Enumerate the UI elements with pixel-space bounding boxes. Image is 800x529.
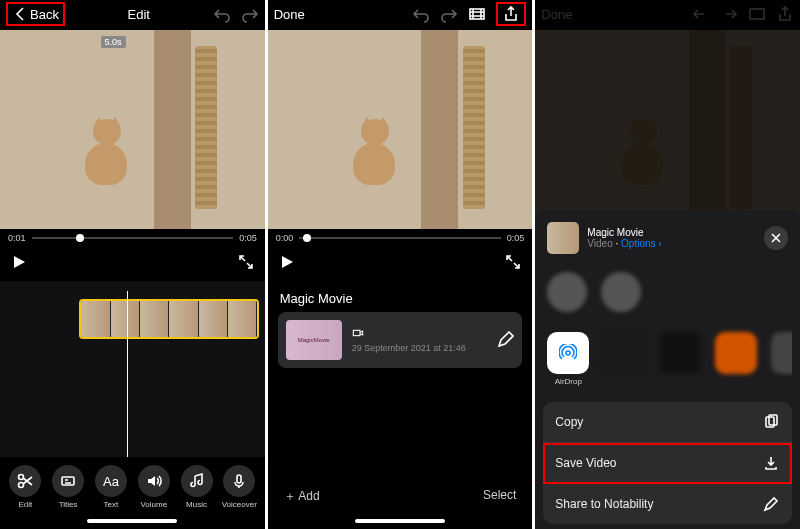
contact-avatar[interactable]	[547, 272, 587, 312]
undo-icon[interactable]	[412, 5, 430, 23]
share-icon	[502, 5, 520, 23]
actions-list: Copy Save Video Share to Notability	[543, 402, 792, 524]
add-button[interactable]: ＋ Add	[284, 488, 320, 505]
share-sheet: Magic Movie Video · Options › AirDrop Co…	[535, 210, 800, 529]
duration-badge: 5.0s	[101, 36, 126, 48]
panel-edit: Back Edit 5.0s 0:01 0:05 T	[0, 0, 265, 529]
project-card[interactable]: MagicMovie 29 September 2021 at 21:46	[278, 312, 523, 368]
action-copy[interactable]: Copy	[543, 402, 792, 443]
svg-point-9	[566, 351, 570, 355]
svg-marker-0	[14, 256, 25, 268]
camera-icon	[352, 327, 364, 339]
scratch-post	[195, 46, 217, 209]
bottom-bar: ＋ Add Select	[268, 478, 533, 515]
scrub-track[interactable]	[299, 237, 501, 239]
svg-rect-4	[237, 475, 241, 483]
scratch-post	[463, 46, 485, 209]
play-icon[interactable]	[278, 253, 296, 271]
action-share-notability[interactable]: Share to Notability	[543, 484, 792, 524]
close-button[interactable]	[764, 226, 788, 250]
page-title: Edit	[65, 7, 213, 22]
project-thumb: MagicMovie	[286, 320, 342, 360]
project-section-header: Magic Movie	[268, 281, 533, 312]
share-title: Magic Movie	[587, 227, 756, 238]
pencil-icon	[762, 495, 780, 513]
cat-figure	[347, 119, 402, 185]
expand-icon[interactable]	[237, 253, 255, 271]
share-thumb	[547, 222, 579, 254]
scissors-icon	[16, 472, 34, 490]
app-item[interactable]	[771, 332, 792, 386]
tool-volume[interactable]: Volume	[132, 465, 175, 509]
svg-marker-6	[282, 256, 293, 268]
volume-icon	[145, 472, 163, 490]
time-start: 0:01	[8, 233, 26, 243]
tool-voiceover[interactable]: Voiceover	[218, 465, 261, 509]
time-end: 0:05	[239, 233, 257, 243]
redo-icon[interactable]	[440, 5, 458, 23]
text-icon: Aa	[103, 474, 119, 489]
scrubber: 0:01 0:05	[0, 229, 265, 247]
svg-rect-5	[470, 9, 484, 19]
mic-icon	[230, 472, 248, 490]
home-indicator	[355, 519, 445, 523]
apps-row: AirDrop	[543, 324, 792, 398]
contact-avatar[interactable]	[601, 272, 641, 312]
tool-titles[interactable]: Titles	[47, 465, 90, 509]
app-item[interactable]	[659, 332, 701, 386]
action-save-video[interactable]: Save Video	[543, 443, 792, 484]
timeline-clip[interactable]: T	[79, 299, 259, 339]
panel-project: Done 0:00 0:05 Magic Movie MagicMovie 29…	[268, 0, 533, 529]
timeline[interactable]: T	[0, 281, 265, 458]
cat-figure	[79, 119, 134, 185]
play-icon[interactable]	[10, 253, 28, 271]
topbar: Done	[268, 0, 533, 28]
contacts-row	[543, 264, 792, 324]
airdrop-icon	[559, 344, 577, 362]
tool-edit[interactable]: Edit	[4, 465, 47, 509]
back-label: Back	[30, 7, 59, 22]
share-subtitle: Video	[587, 238, 612, 249]
home-indicator	[87, 519, 177, 523]
close-icon	[767, 229, 785, 247]
video-preview[interactable]	[268, 30, 533, 229]
topbar: Back Edit	[0, 0, 265, 28]
pencil-icon[interactable]	[496, 331, 514, 349]
share-sheet-header: Magic Movie Video · Options ›	[543, 218, 792, 264]
expand-icon[interactable]	[504, 253, 522, 271]
app-item[interactable]	[715, 332, 757, 386]
tool-music[interactable]: Music	[175, 465, 218, 509]
undo-icon[interactable]	[213, 5, 231, 23]
share-button[interactable]	[496, 2, 526, 26]
download-icon	[762, 454, 780, 472]
svg-rect-7	[353, 330, 360, 335]
filmstrip-icon[interactable]	[468, 5, 486, 23]
project-date: 29 September 2021 at 21:46	[352, 343, 487, 353]
video-preview[interactable]: 5.0s	[0, 30, 265, 229]
app-item[interactable]	[603, 332, 645, 386]
time-start: 0:00	[276, 233, 294, 243]
tool-dock: Edit Titles AaText Volume Music Voiceove…	[0, 457, 265, 515]
playhead[interactable]	[127, 291, 128, 458]
share-options-link[interactable]: Options ›	[621, 238, 662, 249]
scrub-knob[interactable]	[303, 234, 311, 242]
music-icon	[188, 472, 206, 490]
copy-icon	[762, 413, 780, 431]
titles-icon	[59, 472, 77, 490]
select-button[interactable]: Select	[483, 488, 516, 505]
done-button[interactable]: Done	[274, 7, 305, 22]
app-airdrop[interactable]: AirDrop	[547, 332, 589, 386]
panel-share: Done 0:000:05 Magic Movie Video · Option…	[535, 0, 800, 529]
back-button[interactable]: Back	[6, 2, 65, 26]
scrubber: 0:00 0:05	[268, 229, 533, 247]
scrub-knob[interactable]	[76, 234, 84, 242]
tool-text[interactable]: AaText	[90, 465, 133, 509]
scrub-track[interactable]	[32, 237, 234, 239]
redo-icon[interactable]	[241, 5, 259, 23]
time-end: 0:05	[507, 233, 525, 243]
chevron-left-icon	[12, 5, 30, 23]
